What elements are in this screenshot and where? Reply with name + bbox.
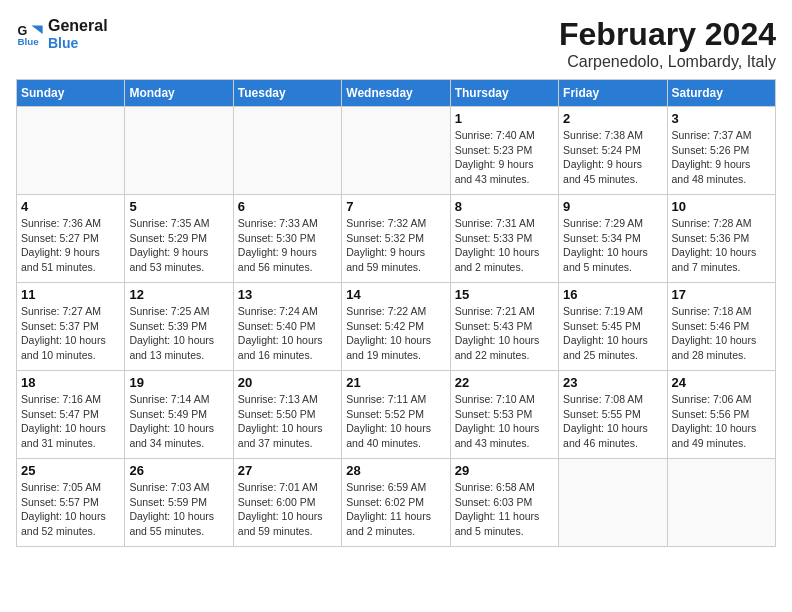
calendar-cell: 2Sunrise: 7:38 AM Sunset: 5:24 PM Daylig… <box>559 107 667 195</box>
calendar-cell: 24Sunrise: 7:06 AM Sunset: 5:56 PM Dayli… <box>667 371 775 459</box>
calendar-cell: 6Sunrise: 7:33 AM Sunset: 5:30 PM Daylig… <box>233 195 341 283</box>
day-info: Sunrise: 7:21 AM Sunset: 5:43 PM Dayligh… <box>455 304 554 363</box>
day-info: Sunrise: 7:40 AM Sunset: 5:23 PM Dayligh… <box>455 128 554 187</box>
day-number: 4 <box>21 199 120 214</box>
week-row-3: 18Sunrise: 7:16 AM Sunset: 5:47 PM Dayli… <box>17 371 776 459</box>
calendar-cell: 26Sunrise: 7:03 AM Sunset: 5:59 PM Dayli… <box>125 459 233 547</box>
day-info: Sunrise: 7:28 AM Sunset: 5:36 PM Dayligh… <box>672 216 771 275</box>
week-row-2: 11Sunrise: 7:27 AM Sunset: 5:37 PM Dayli… <box>17 283 776 371</box>
day-info: Sunrise: 7:16 AM Sunset: 5:47 PM Dayligh… <box>21 392 120 451</box>
day-info: Sunrise: 7:14 AM Sunset: 5:49 PM Dayligh… <box>129 392 228 451</box>
day-info: Sunrise: 7:03 AM Sunset: 5:59 PM Dayligh… <box>129 480 228 539</box>
day-number: 20 <box>238 375 337 390</box>
day-info: Sunrise: 6:58 AM Sunset: 6:03 PM Dayligh… <box>455 480 554 539</box>
day-info: Sunrise: 7:25 AM Sunset: 5:39 PM Dayligh… <box>129 304 228 363</box>
calendar-cell: 12Sunrise: 7:25 AM Sunset: 5:39 PM Dayli… <box>125 283 233 371</box>
day-info: Sunrise: 7:13 AM Sunset: 5:50 PM Dayligh… <box>238 392 337 451</box>
calendar-cell: 17Sunrise: 7:18 AM Sunset: 5:46 PM Dayli… <box>667 283 775 371</box>
svg-marker-1 <box>31 26 42 34</box>
day-number: 25 <box>21 463 120 478</box>
day-info: Sunrise: 7:36 AM Sunset: 5:27 PM Dayligh… <box>21 216 120 275</box>
calendar-cell: 19Sunrise: 7:14 AM Sunset: 5:49 PM Dayli… <box>125 371 233 459</box>
calendar-cell <box>17 107 125 195</box>
day-number: 17 <box>672 287 771 302</box>
week-row-1: 4Sunrise: 7:36 AM Sunset: 5:27 PM Daylig… <box>17 195 776 283</box>
day-info: Sunrise: 7:27 AM Sunset: 5:37 PM Dayligh… <box>21 304 120 363</box>
weekday-header-friday: Friday <box>559 80 667 107</box>
weekday-header-sunday: Sunday <box>17 80 125 107</box>
calendar-cell: 18Sunrise: 7:16 AM Sunset: 5:47 PM Dayli… <box>17 371 125 459</box>
calendar-cell: 28Sunrise: 6:59 AM Sunset: 6:02 PM Dayli… <box>342 459 450 547</box>
day-info: Sunrise: 7:35 AM Sunset: 5:29 PM Dayligh… <box>129 216 228 275</box>
day-info: Sunrise: 7:01 AM Sunset: 6:00 PM Dayligh… <box>238 480 337 539</box>
day-info: Sunrise: 7:24 AM Sunset: 5:40 PM Dayligh… <box>238 304 337 363</box>
calendar-subtitle: Carpenedolo, Lombardy, Italy <box>559 53 776 71</box>
day-info: Sunrise: 7:08 AM Sunset: 5:55 PM Dayligh… <box>563 392 662 451</box>
day-number: 11 <box>21 287 120 302</box>
calendar-cell <box>342 107 450 195</box>
day-info: Sunrise: 7:37 AM Sunset: 5:26 PM Dayligh… <box>672 128 771 187</box>
day-info: Sunrise: 7:05 AM Sunset: 5:57 PM Dayligh… <box>21 480 120 539</box>
calendar-cell <box>559 459 667 547</box>
day-number: 27 <box>238 463 337 478</box>
calendar-table: SundayMondayTuesdayWednesdayThursdayFrid… <box>16 79 776 547</box>
day-info: Sunrise: 7:33 AM Sunset: 5:30 PM Dayligh… <box>238 216 337 275</box>
day-number: 24 <box>672 375 771 390</box>
day-number: 29 <box>455 463 554 478</box>
calendar-cell: 21Sunrise: 7:11 AM Sunset: 5:52 PM Dayli… <box>342 371 450 459</box>
day-number: 26 <box>129 463 228 478</box>
svg-text:Blue: Blue <box>17 36 39 47</box>
day-number: 22 <box>455 375 554 390</box>
day-number: 2 <box>563 111 662 126</box>
day-info: Sunrise: 7:06 AM Sunset: 5:56 PM Dayligh… <box>672 392 771 451</box>
day-number: 1 <box>455 111 554 126</box>
day-number: 7 <box>346 199 445 214</box>
weekday-header-thursday: Thursday <box>450 80 558 107</box>
logo-blue: Blue <box>48 35 108 52</box>
day-number: 16 <box>563 287 662 302</box>
calendar-cell <box>125 107 233 195</box>
calendar-cell: 11Sunrise: 7:27 AM Sunset: 5:37 PM Dayli… <box>17 283 125 371</box>
calendar-cell: 7Sunrise: 7:32 AM Sunset: 5:32 PM Daylig… <box>342 195 450 283</box>
calendar-cell: 27Sunrise: 7:01 AM Sunset: 6:00 PM Dayli… <box>233 459 341 547</box>
day-number: 3 <box>672 111 771 126</box>
calendar-cell: 22Sunrise: 7:10 AM Sunset: 5:53 PM Dayli… <box>450 371 558 459</box>
day-info: Sunrise: 7:18 AM Sunset: 5:46 PM Dayligh… <box>672 304 771 363</box>
weekday-header-monday: Monday <box>125 80 233 107</box>
logo: G Blue General Blue <box>16 16 108 52</box>
page-header: G Blue General Blue February 2024 Carpen… <box>16 16 776 71</box>
day-number: 13 <box>238 287 337 302</box>
day-number: 18 <box>21 375 120 390</box>
calendar-cell: 3Sunrise: 7:37 AM Sunset: 5:26 PM Daylig… <box>667 107 775 195</box>
day-info: Sunrise: 7:29 AM Sunset: 5:34 PM Dayligh… <box>563 216 662 275</box>
day-info: Sunrise: 7:32 AM Sunset: 5:32 PM Dayligh… <box>346 216 445 275</box>
weekday-header-saturday: Saturday <box>667 80 775 107</box>
day-number: 14 <box>346 287 445 302</box>
title-block: February 2024 Carpenedolo, Lombardy, Ita… <box>559 16 776 71</box>
day-number: 8 <box>455 199 554 214</box>
calendar-cell: 8Sunrise: 7:31 AM Sunset: 5:33 PM Daylig… <box>450 195 558 283</box>
calendar-cell: 14Sunrise: 7:22 AM Sunset: 5:42 PM Dayli… <box>342 283 450 371</box>
calendar-cell: 16Sunrise: 7:19 AM Sunset: 5:45 PM Dayli… <box>559 283 667 371</box>
logo-icon: G Blue <box>16 20 44 48</box>
day-info: Sunrise: 7:38 AM Sunset: 5:24 PM Dayligh… <box>563 128 662 187</box>
calendar-cell: 13Sunrise: 7:24 AM Sunset: 5:40 PM Dayli… <box>233 283 341 371</box>
calendar-cell: 25Sunrise: 7:05 AM Sunset: 5:57 PM Dayli… <box>17 459 125 547</box>
day-info: Sunrise: 7:11 AM Sunset: 5:52 PM Dayligh… <box>346 392 445 451</box>
day-info: Sunrise: 6:59 AM Sunset: 6:02 PM Dayligh… <box>346 480 445 539</box>
day-number: 28 <box>346 463 445 478</box>
day-info: Sunrise: 7:19 AM Sunset: 5:45 PM Dayligh… <box>563 304 662 363</box>
weekday-header-row: SundayMondayTuesdayWednesdayThursdayFrid… <box>17 80 776 107</box>
day-number: 23 <box>563 375 662 390</box>
logo-general: General <box>48 16 108 35</box>
calendar-cell: 20Sunrise: 7:13 AM Sunset: 5:50 PM Dayli… <box>233 371 341 459</box>
calendar-cell <box>667 459 775 547</box>
week-row-0: 1Sunrise: 7:40 AM Sunset: 5:23 PM Daylig… <box>17 107 776 195</box>
calendar-cell: 10Sunrise: 7:28 AM Sunset: 5:36 PM Dayli… <box>667 195 775 283</box>
day-number: 9 <box>563 199 662 214</box>
calendar-title: February 2024 <box>559 16 776 53</box>
calendar-cell: 15Sunrise: 7:21 AM Sunset: 5:43 PM Dayli… <box>450 283 558 371</box>
calendar-cell: 29Sunrise: 6:58 AM Sunset: 6:03 PM Dayli… <box>450 459 558 547</box>
day-number: 15 <box>455 287 554 302</box>
day-number: 12 <box>129 287 228 302</box>
